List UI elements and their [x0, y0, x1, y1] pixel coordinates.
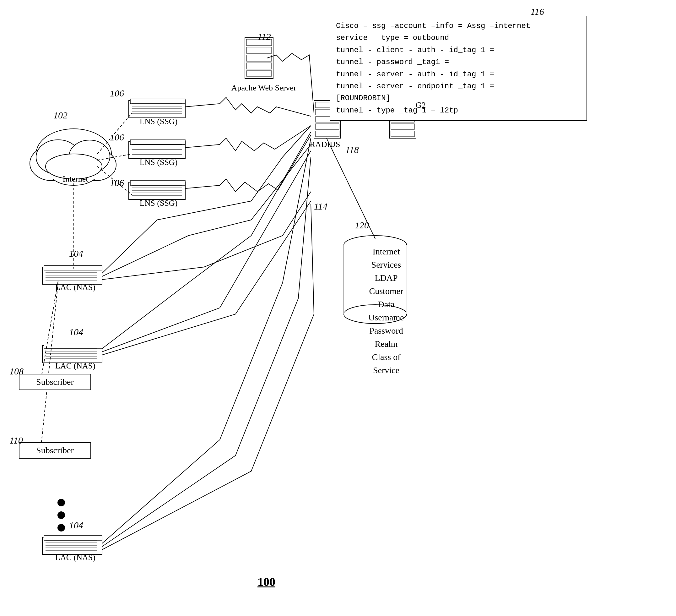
ref-112: 112 — [258, 32, 271, 42]
ref-102: 102 — [53, 110, 67, 121]
svg-rect-67 — [391, 131, 414, 137]
g2-label: G2 — [411, 101, 430, 110]
apache-server — [245, 38, 273, 79]
config-line-2: service - type = outbound — [336, 32, 581, 44]
svg-rect-43 — [44, 344, 102, 349]
ref-106b: 106 — [110, 132, 124, 143]
svg-rect-16 — [130, 140, 185, 145]
lns2-label: LNS (SSG) — [132, 158, 185, 167]
ref-108: 108 — [9, 366, 23, 377]
lac1-label: LAC (NAS) — [46, 283, 105, 292]
svg-rect-31 — [246, 47, 272, 53]
ref-104b: 104 — [69, 327, 83, 338]
svg-rect-36 — [44, 265, 102, 270]
svg-rect-61 — [316, 131, 339, 137]
config-line-6: tunnel - server - endpoint _tag 1 = — [336, 81, 581, 92]
ref-104a: 104 — [69, 248, 83, 259]
config-line-5: tunnel - server - auth - id_tag 1 = — [336, 68, 581, 81]
diagram-container: Cisco – ssg –account –info = Assg –inter… — [0, 0, 676, 616]
config-box: Cisco – ssg –account –info = Assg –inter… — [330, 16, 587, 121]
lns-device-2 — [129, 140, 185, 159]
lns-device-3 — [129, 181, 185, 200]
config-line-8: tunnel - type _tag 1 = l2tp — [336, 105, 581, 116]
lns3-label: LNS (SSG) — [132, 199, 185, 208]
subscriber-1-box: Subscriber — [19, 374, 91, 390]
config-line-1: Cisco – ssg –account –info = Assg –inter… — [336, 20, 581, 32]
lac2-label: LAC (NAS) — [46, 361, 105, 371]
diagram-title: 100 — [258, 575, 275, 589]
ref-116: 116 — [530, 6, 544, 17]
svg-rect-34 — [246, 71, 272, 76]
apache-label: Apache Web Server — [229, 83, 298, 93]
lac-device-3 — [42, 535, 102, 554]
subscriber-2-box: Subscriber — [19, 442, 91, 459]
svg-rect-23 — [130, 181, 185, 185]
lac-device-2 — [42, 344, 102, 363]
ref-106c: 106 — [110, 177, 124, 188]
config-line-7: [ROUNDROBIN] — [336, 92, 581, 104]
svg-point-81 — [57, 499, 65, 506]
svg-point-83 — [57, 524, 65, 531]
config-line-3: tunnel - client - auth - id_tag 1 = — [336, 44, 581, 56]
internet-label: Internet — [47, 174, 104, 184]
radius-label: RADIUS — [306, 140, 344, 149]
lns1-label: LNS (SSG) — [132, 117, 185, 126]
lns-device-1 — [129, 99, 185, 118]
ref-104c: 104 — [69, 520, 83, 530]
lac3-label: LAC (NAS) — [46, 553, 105, 562]
svg-rect-66 — [391, 124, 414, 130]
svg-rect-60 — [316, 124, 339, 130]
svg-point-82 — [57, 511, 65, 519]
ref-114: 114 — [314, 201, 328, 212]
svg-rect-33 — [246, 63, 272, 69]
ref-120: 120 — [355, 220, 369, 230]
ref-110: 110 — [9, 435, 23, 446]
db-label: InternetServicesLDAPCustomerDataUsername… — [352, 245, 421, 377]
svg-rect-9 — [130, 99, 185, 104]
ref-106a: 106 — [110, 88, 124, 99]
config-line-4: tunnel - password _tag1 = — [336, 56, 581, 68]
svg-rect-50 — [44, 535, 102, 540]
lac-device-1 — [42, 265, 102, 284]
ref-118: 118 — [345, 145, 359, 155]
